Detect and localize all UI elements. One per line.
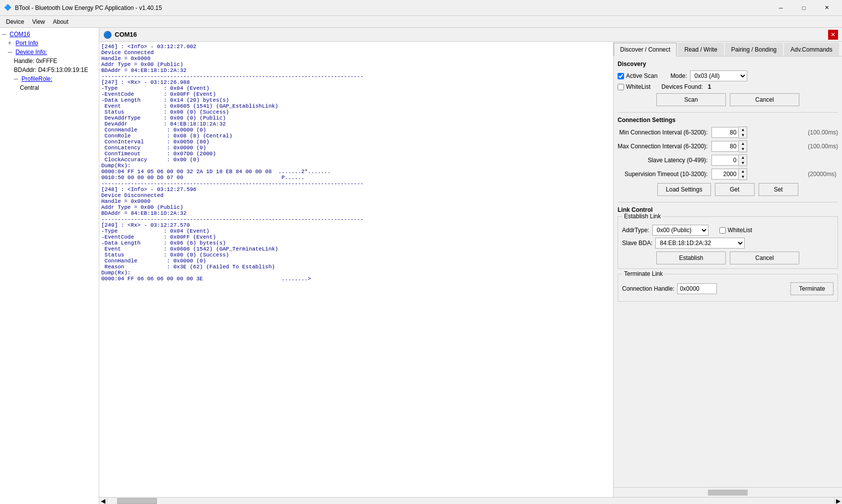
sidebar-item-device-info[interactable]: ─ Device Info: — [0, 48, 99, 57]
addr-type-select[interactable]: 0x00 (Public) 0x01 (Random) — [652, 225, 708, 236]
scroll-left-btn[interactable]: ◀ — [99, 498, 107, 504]
establish-link-buttons: Establish Cancel — [622, 252, 834, 264]
menu-about[interactable]: About — [49, 17, 72, 26]
tab-read-write[interactable]: Read / Write — [678, 43, 723, 56]
establish-cancel-button[interactable]: Cancel — [730, 252, 799, 264]
sidebar-item-bdaddr: BDAddr: D4:F5:13:09:19:1E — [0, 65, 99, 74]
sidebar-item-profile-role[interactable]: ─ ProfileRole: — [0, 74, 99, 83]
addr-type-label: AddrType: — [622, 227, 649, 234]
conn-handle-label: Connection Handle: — [622, 285, 674, 292]
max-conn-up[interactable]: ▲ — [739, 141, 747, 146]
sidebar-link-device-info[interactable]: Device Info: — [15, 49, 47, 56]
whitelist-checkbox[interactable] — [618, 84, 624, 90]
com-close-button[interactable]: ✕ — [828, 30, 838, 40]
discovery-row2: WhiteList Devices Found: 1 — [618, 83, 838, 90]
min-conn-input[interactable] — [711, 127, 739, 138]
scroll-right-btn[interactable]: ▶ — [834, 498, 842, 504]
whitelist-label: WhiteList — [626, 83, 650, 90]
supervision-spin-wrap: ▲ ▼ — [711, 168, 804, 180]
connection-settings-title: Connection Settings — [618, 117, 838, 124]
menu-device[interactable]: Device — [2, 17, 28, 26]
link-whitelist-label: WhiteList — [728, 227, 752, 234]
expand-icon-device-info: ─ — [8, 49, 14, 56]
maximize-button[interactable]: □ — [792, 0, 815, 16]
max-conn-unit: (100.00ms) — [808, 143, 838, 150]
central-label: Central — [20, 84, 39, 91]
sidebar-link-profile-role[interactable]: ProfileRole: — [21, 75, 52, 82]
sidebar-link-port-info[interactable]: Port Info — [15, 40, 38, 47]
min-conn-spinners: ▲ ▼ — [739, 126, 747, 138]
sidebar-item-port-info[interactable]: + Port Info — [0, 39, 99, 48]
handle-label: Handle: 0xFFFE — [14, 58, 57, 64]
minimize-button[interactable]: ─ — [770, 0, 792, 16]
mode-label: Mode: — [670, 72, 687, 79]
menu-view[interactable]: View — [28, 17, 49, 26]
slave-bda-label: Slave BDA: — [622, 240, 652, 247]
tab-bar: Discover / Connect Read / Write Pairing … — [614, 42, 842, 57]
active-scan-wrap[interactable]: Active Scan — [618, 72, 657, 79]
set-button[interactable]: Set — [759, 183, 798, 196]
panel-content: Discovery Active Scan Mode: 0x00 (Non-di… — [614, 57, 842, 487]
slave-bda-select[interactable]: 84:EB:18:1D:2A:32 — [655, 238, 745, 249]
min-conn-down[interactable]: ▼ — [739, 132, 747, 138]
max-conn-spin-wrap: ▲ ▼ — [711, 140, 804, 152]
max-conn-input[interactable] — [711, 141, 739, 152]
tab-discover-connect[interactable]: Discover / Connect — [614, 43, 677, 57]
conn-handle-input[interactable] — [677, 283, 717, 294]
sidebar: ─ COM16 + Port Info ─ Device Info: Handl… — [0, 28, 99, 504]
establish-link-groupbox: Establish Link AddrType: 0x00 (Public) 0… — [618, 216, 838, 269]
log-scrollbar-h[interactable]: ◀ ▶ — [99, 497, 842, 504]
get-button[interactable]: Get — [715, 183, 755, 196]
terminate-link-groupbox: Terminate Link Connection Handle: Termin… — [618, 274, 838, 302]
sidebar-link-com16[interactable]: COM16 — [9, 31, 30, 38]
slave-latency-down[interactable]: ▼ — [739, 160, 747, 166]
supervision-input[interactable] — [711, 169, 739, 180]
supervision-up[interactable]: ▲ — [739, 169, 747, 174]
menubar: Device View About — [0, 16, 842, 28]
min-conn-spin-wrap: ▲ ▼ — [711, 126, 804, 138]
active-scan-checkbox[interactable] — [618, 73, 624, 79]
sidebar-item-com16[interactable]: ─ COM16 — [0, 30, 99, 39]
discovery-title: Discovery — [618, 61, 838, 67]
discovery-buttons: Scan Cancel — [618, 93, 838, 106]
window-controls: ─ □ ✕ — [770, 0, 838, 16]
addr-type-row: AddrType: 0x00 (Public) 0x01 (Random) Wh… — [622, 225, 834, 236]
discovery-row1: Active Scan Mode: 0x00 (Non-disc) 0x01 (… — [618, 70, 838, 81]
load-settings-button[interactable]: Load Settings — [657, 183, 710, 196]
devices-found-label: Devices Found: — [661, 83, 702, 90]
link-whitelist-checkbox[interactable] — [719, 227, 726, 234]
min-conn-label: Min Connection Interval (6-3200): — [618, 129, 707, 136]
supervision-down[interactable]: ▼ — [739, 174, 747, 180]
slave-latency-up[interactable]: ▲ — [739, 155, 747, 160]
expand-icon-port-info: + — [8, 40, 14, 47]
com-panel-header: 🔵 COM16 ✕ — [99, 28, 842, 42]
max-conn-spinners: ▲ ▼ — [739, 140, 747, 152]
log-area[interactable]: [246] : <Info> - 03:12:27.002 Device Con… — [99, 42, 614, 497]
slave-latency-label: Slave Latency (0-499): — [618, 157, 707, 164]
terminate-link-title: Terminate Link — [622, 270, 665, 277]
max-conn-down[interactable]: ▼ — [739, 146, 747, 152]
right-panel-bottom-bar — [614, 487, 842, 497]
tab-pairing-bonding[interactable]: Pairing / Bonding — [725, 43, 783, 56]
terminate-button[interactable]: Terminate — [790, 282, 834, 295]
mode-select[interactable]: 0x00 (Non-disc) 0x01 (General) 0x02 (Lim… — [690, 70, 747, 81]
content-area: 🔵 COM16 ✕ [246] : <Info> - 03:12:27.002 … — [99, 28, 842, 504]
link-whitelist-wrap[interactable]: WhiteList — [719, 227, 752, 234]
divider-2 — [618, 202, 838, 202]
scroll-h-thumb[interactable] — [117, 498, 157, 504]
tab-adv-commands[interactable]: Adv.Commands — [784, 43, 839, 56]
expand-icon-profile-role: ─ — [14, 75, 20, 82]
min-conn-up[interactable]: ▲ — [739, 127, 747, 132]
scan-button[interactable]: Scan — [656, 93, 726, 106]
close-button[interactable]: ✕ — [815, 0, 838, 16]
slave-latency-input[interactable] — [711, 155, 739, 166]
discovery-cancel-button[interactable]: Cancel — [730, 93, 799, 106]
max-conn-label: Max Connection Interval (6-3200): — [618, 143, 707, 150]
link-control-section: Link Control Establish Link AddrType: 0x… — [618, 206, 838, 302]
slave-latency-spinners: ▲ ▼ — [739, 154, 747, 166]
devices-found-value: 1 — [708, 83, 711, 90]
titlebar: 🔷 BTool - Bluetooth Low Energy PC Applic… — [0, 0, 842, 16]
establish-button[interactable]: Establish — [656, 252, 726, 264]
supervision-label: Supervision Timeout (10-3200): — [618, 171, 707, 178]
whitelist-wrap[interactable]: WhiteList — [618, 83, 650, 90]
